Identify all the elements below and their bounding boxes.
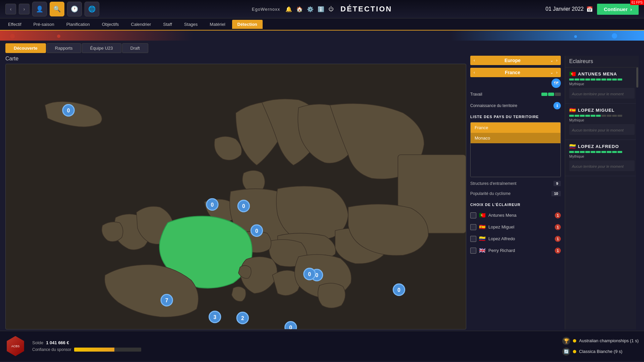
tab-staff[interactable]: Staff <box>158 20 177 29</box>
eclaireurs-scrollbar[interactable] <box>636 67 639 329</box>
tab-stages[interactable]: Stages <box>179 20 203 29</box>
scout-alfredo: 🇨🇴 Lopez Alfredo 1 <box>470 234 561 243</box>
svg-text:0: 0 <box>308 271 311 277</box>
eclaireur-miguel[interactable]: 🇪🇸 LOPEZ MIGUEL Mythique <box>565 104 639 140</box>
roster-icon-btn[interactable]: 👤 <box>32 2 47 16</box>
tab-calendrier[interactable]: Calendrier <box>125 20 156 29</box>
rating-bar <box>585 115 590 117</box>
territory-france[interactable]: France <box>471 122 560 133</box>
rating-bar <box>580 151 585 153</box>
continue-arrow-icon: › <box>630 6 632 12</box>
territory-monaco[interactable]: Monaco <box>471 133 560 143</box>
back-button[interactable]: ‹ <box>5 4 16 14</box>
calendar-icon[interactable]: 📅 <box>586 6 593 12</box>
map-svg: 0 0 0 7 3 2 0 <box>6 64 466 329</box>
tab-planification[interactable]: Planification <box>61 20 95 29</box>
subtab-rapports[interactable]: Rapports <box>47 43 81 53</box>
svg-text:3: 3 <box>213 314 216 320</box>
top-icons: 🔔 🏠 ⚙️ ℹ️ ⏻ <box>285 6 334 12</box>
home-icon[interactable]: 🏠 <box>296 6 303 12</box>
eclaireur-antunes[interactable]: 🇵🇹 ANTUNES MENA Mythique <box>565 67 639 104</box>
subtab-draft[interactable]: Draft <box>122 43 148 53</box>
popularite-row: Popularité du cyclisme 10 <box>470 190 561 197</box>
event-dot-2 <box>573 350 576 353</box>
eclaireur-alfredo[interactable]: 🇨🇴 LOPEZ ALFREDO Mythique <box>565 140 639 176</box>
event-classica-text: Classica Bianche (9 s) <box>579 349 622 354</box>
rating-bar <box>575 79 579 81</box>
rating-bar <box>580 79 585 81</box>
power-icon[interactable]: ⏻ <box>328 6 334 12</box>
eclaireur-antunes-no-territory: Aucun territoire pour le moment <box>572 92 632 96</box>
travail-bar-2 <box>548 93 554 96</box>
detection-icon-btn[interactable]: 🔍 <box>50 2 64 16</box>
map-reset-icon[interactable]: 🗺 <box>551 79 561 88</box>
scout-alfredo-checkbox[interactable] <box>470 236 476 242</box>
scout-perry-name: Perry Richard <box>488 248 552 253</box>
scout-perry-flag: 🇬🇧 <box>479 247 486 254</box>
eclaireur-miguel-rank: Mythique <box>569 118 635 122</box>
subtab-decouverte[interactable]: Découverte <box>5 43 46 53</box>
forward-button[interactable]: › <box>19 4 30 14</box>
map-container[interactable]: 0 0 0 7 3 2 0 <box>5 64 466 329</box>
deco-dot-2 <box>57 35 60 38</box>
popularite-label: Popularité du cyclisme <box>470 191 511 196</box>
deco-dot-3 <box>612 33 617 39</box>
tab-materiel[interactable]: Matériel <box>204 20 230 29</box>
scout-miguel-count: 1 <box>555 224 561 230</box>
rating-bar <box>575 115 579 117</box>
bell-icon[interactable]: 🔔 <box>285 6 292 12</box>
scout-antunes-checkbox[interactable] <box>470 212 476 218</box>
rating-bar <box>596 115 601 117</box>
scout-miguel-name: Lopez Miguel <box>488 224 552 229</box>
sponsor-label: Confiance du sponsor <box>32 347 71 352</box>
tab-objectifs[interactable]: Objectifs <box>97 20 124 29</box>
territory-empty-2 <box>471 163 560 177</box>
region-dropdown[interactable]: ‹ Europe ⌄ › <box>470 56 561 65</box>
gear-icon[interactable]: ⚙️ <box>307 6 314 12</box>
connaissance-label: Connaissance du territoire <box>470 103 517 108</box>
region-left-arrow[interactable]: ‹ <box>474 58 475 63</box>
tab-effectif[interactable]: Effectif <box>3 20 27 29</box>
team-logo: ACBS <box>5 336 25 356</box>
country-right-arrow[interactable]: › <box>556 70 557 75</box>
tab-pre-saison[interactable]: Pré-saison <box>28 20 60 29</box>
top-bar-right: 01 Janvier 2022 📅 Continuer › <box>545 4 639 15</box>
scout-miguel-checkbox[interactable] <box>470 224 476 230</box>
page-title: DÉTECTION <box>340 5 392 13</box>
region-right-arrow[interactable]: › <box>556 58 557 63</box>
country-dropdown[interactable]: ‹ France ⌄ › <box>470 68 561 77</box>
svg-text:7: 7 <box>165 298 168 303</box>
event-classica: 🔄 Classica Bianche (9 s) <box>562 348 639 356</box>
eclaireurs-scrollbar-thumb[interactable] <box>636 67 638 88</box>
scout-miguel: 🇪🇸 Lopez Miguel 1 <box>470 222 561 231</box>
tab-detection[interactable]: Détection <box>232 20 263 29</box>
fps-badge: 61 FPS <box>630 0 644 5</box>
scout-antunes: 🇵🇹 Antunes Mena 1 <box>470 211 561 220</box>
sponsor-bar-bg <box>74 348 141 352</box>
rating-bar <box>585 79 590 81</box>
svg-text:0: 0 <box>289 325 292 329</box>
subtab-equipe-u23[interactable]: Équipe U23 <box>82 43 121 53</box>
event-championships-text: Australian championships (1 s) <box>579 338 639 343</box>
region-caret-down[interactable]: ⌄ <box>550 58 553 63</box>
popularite-value: 10 <box>551 191 561 196</box>
country-left-arrow[interactable]: ‹ <box>474 70 475 75</box>
rating-bar <box>607 79 611 81</box>
scout-alfredo-flag: 🇨🇴 <box>479 236 486 242</box>
connaissance-row: Connaissance du territoire ℹ <box>470 101 561 111</box>
eclaireur-miguel-header: 🇪🇸 LOPEZ MIGUEL <box>569 107 635 113</box>
rating-bar <box>580 115 585 117</box>
clock-icon-btn[interactable]: 🕐 <box>67 2 82 16</box>
scout-alfredo-name: Lopez Alfredo <box>488 236 552 241</box>
country-caret-down[interactable]: ⌄ <box>550 70 553 75</box>
race-icon: 🔄 <box>562 348 570 356</box>
rating-bar <box>618 151 622 153</box>
rating-bar <box>591 115 595 117</box>
sponsor-bar-fill <box>74 348 114 352</box>
controls-panel: ‹ Europe ⌄ › ‹ France ⌄ › 🗺 Travail <box>470 56 561 329</box>
continue-button[interactable]: Continuer › <box>597 4 639 15</box>
globe-icon-btn[interactable]: 🌐 <box>85 2 99 16</box>
nav-tabs: Effectif Pré-saison Planification Object… <box>0 18 644 31</box>
info-icon[interactable]: ℹ️ <box>318 6 324 12</box>
scout-perry-checkbox[interactable] <box>470 248 476 254</box>
